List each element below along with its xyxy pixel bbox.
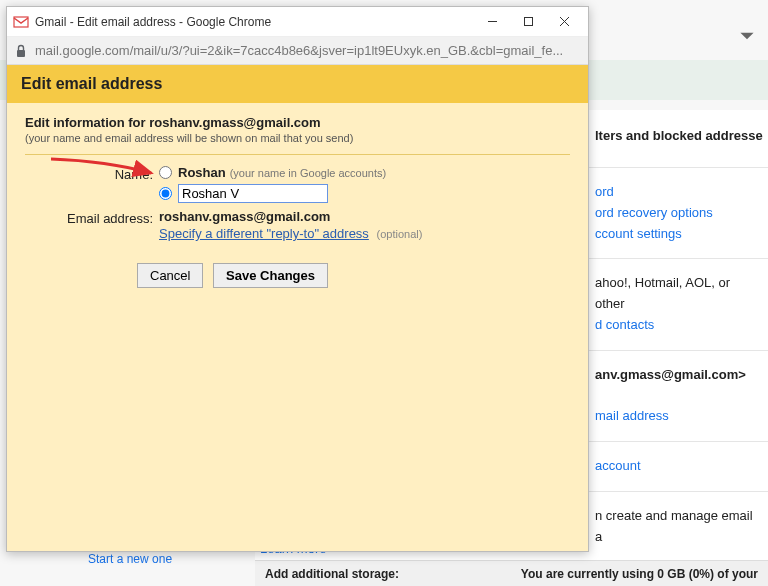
name-radio-google[interactable]: Roshan (your name in Google accounts) <box>159 165 570 180</box>
svg-rect-3 <box>524 18 532 26</box>
cancel-button[interactable]: Cancel <box>137 263 203 288</box>
bg-storage-label: Add additional storage: <box>265 567 399 586</box>
minimize-button[interactable] <box>474 8 510 36</box>
bg-link-contacts[interactable]: d contacts <box>595 317 654 332</box>
svg-marker-0 <box>740 33 753 40</box>
bg-storage-usage: You are currently using 0 GB (0%) of you… <box>521 567 758 586</box>
edit-info-sub: (your name and email address will be sho… <box>25 132 570 144</box>
bg-text: n create and manage email a <box>595 508 753 544</box>
bg-link-account[interactable]: account <box>595 458 641 473</box>
bg-bottom-strip: Add additional storage: You are currentl… <box>255 560 768 586</box>
lock-icon <box>15 44 27 58</box>
bg-text: ahoo!, Hotmail, AOL, or other <box>595 275 730 311</box>
close-button[interactable] <box>546 8 582 36</box>
radio-custom-name[interactable] <box>159 187 172 200</box>
name-input[interactable] <box>178 184 328 203</box>
radio-google-name[interactable] <box>159 166 172 179</box>
bg-link-mail-address[interactable]: mail address <box>595 408 669 423</box>
save-button[interactable]: Save Changes <box>213 263 328 288</box>
window-title: Gmail - Edit email address - Google Chro… <box>35 15 474 29</box>
form-grid: Name: Roshan (your name in Google accoun… <box>25 165 570 241</box>
bg-link-password[interactable]: ord <box>595 184 614 199</box>
window-controls <box>474 8 582 36</box>
bg-link-account-settings[interactable]: ccount settings <box>595 226 682 241</box>
radio-google-name-label: Roshan <box>178 165 226 180</box>
svg-rect-1 <box>14 17 28 27</box>
bg-link-recovery[interactable]: ord recovery options <box>595 205 713 220</box>
optional-note: (optional) <box>377 228 423 240</box>
popup-heading: Edit email address <box>7 65 588 103</box>
button-row: Cancel Save Changes <box>137 263 570 288</box>
maximize-button[interactable] <box>510 8 546 36</box>
name-radio-custom[interactable] <box>159 184 570 203</box>
divider <box>25 154 570 155</box>
address-bar: mail.google.com/mail/u/3/?ui=2&ik=7cacc4… <box>7 37 588 65</box>
gmail-icon <box>13 14 29 30</box>
edit-info-heading: Edit information for roshanv.gmass@gmail… <box>25 115 570 130</box>
reply-to-link[interactable]: Specify a different "reply-to" address <box>159 226 369 241</box>
email-value: roshanv.gmass@gmail.com <box>159 209 570 224</box>
dropdown-triangle[interactable] <box>736 30 758 42</box>
email-label: Email address: <box>25 209 153 226</box>
popup-window: Gmail - Edit email address - Google Chro… <box>6 6 589 552</box>
url-text[interactable]: mail.google.com/mail/u/3/?ui=2&ik=7cacc4… <box>35 43 580 58</box>
popup-inner: Edit information for roshanv.gmass@gmail… <box>7 103 588 300</box>
radio-google-name-note: (your name in Google accounts) <box>230 167 387 179</box>
titlebar: Gmail - Edit email address - Google Chro… <box>7 7 588 37</box>
svg-rect-6 <box>17 50 25 57</box>
bg-start-new-chat[interactable]: Start a new one <box>88 552 172 566</box>
name-label: Name: <box>25 165 153 182</box>
popup-body: Edit email address Edit information for … <box>7 65 588 551</box>
bg-text-email: anv.gmass@gmail.com> <box>595 367 746 382</box>
